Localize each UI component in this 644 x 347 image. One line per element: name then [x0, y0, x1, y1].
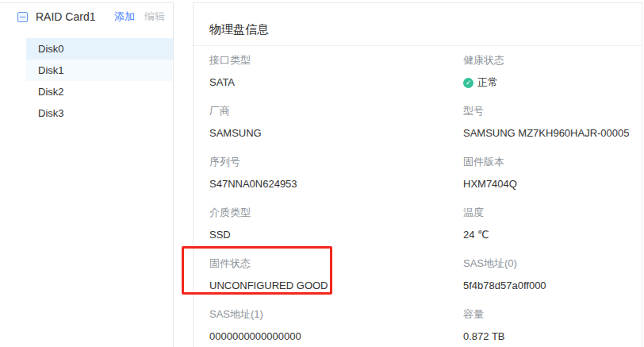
disk-info-fields: 接口类型 SATA 健康状态 正常 厂商 SAMSUNG 型号 SAMSUNG …	[194, 46, 642, 347]
physical-disk-page: RAID Card1 添加 编辑 Disk0 Disk1 Disk2 Disk3…	[0, 0, 644, 347]
disk-info-panel: 物理盘信息 接口类型 SATA 健康状态 正常 厂商 SAMSUNG 型号 SA…	[193, 2, 642, 347]
field-serial-number: 序列号 S47NNA0N624953	[209, 155, 463, 191]
raid-tree-sidebar: RAID Card1 添加 编辑 Disk0 Disk1 Disk2 Disk3	[0, 2, 174, 347]
field-firmware-version: 固件版本 HXM7404Q	[463, 155, 634, 191]
field-capacity: 容量 0.872 TB	[463, 307, 634, 344]
panel-title: 物理盘信息	[194, 3, 642, 46]
field-health-status: 健康状态 正常	[463, 53, 634, 90]
field-model: 型号 SAMSUNG MZ7KH960HAJR-00005	[463, 104, 634, 141]
field-sas-address-1: SAS地址(1) 0000000000000000	[209, 307, 463, 344]
collapse-minus-icon[interactable]	[17, 12, 28, 22]
disk-item-disk3[interactable]: Disk3	[26, 102, 173, 124]
disk-list: Disk0 Disk1 Disk2 Disk3	[0, 38, 173, 124]
field-media-type: 介质类型 SSD	[209, 206, 463, 242]
field-interface-type: 接口类型 SATA	[209, 53, 463, 90]
raid-card-label: RAID Card1	[36, 10, 114, 23]
disk-item-disk0[interactable]: Disk0	[26, 38, 173, 60]
health-status-text: 正常	[477, 75, 498, 90]
tree-actions: 添加 编辑	[114, 10, 165, 24]
check-circle-icon	[463, 78, 473, 88]
disk-item-disk1[interactable]: Disk1	[26, 60, 173, 81]
field-temperature: 温度 24 ℃	[463, 206, 634, 242]
raid-card-node[interactable]: RAID Card1 添加 编辑	[0, 3, 173, 30]
disk-item-disk2[interactable]: Disk2	[26, 81, 173, 102]
field-sas-address-0: SAS地址(0) 5f4b78d57a0ff000	[463, 256, 634, 293]
edit-link[interactable]: 编辑	[144, 10, 165, 24]
field-vendor: 厂商 SAMSUNG	[209, 104, 463, 141]
field-firmware-state: 固件状态 UNCONFIGURED GOOD	[209, 256, 463, 293]
add-link[interactable]: 添加	[114, 10, 135, 24]
